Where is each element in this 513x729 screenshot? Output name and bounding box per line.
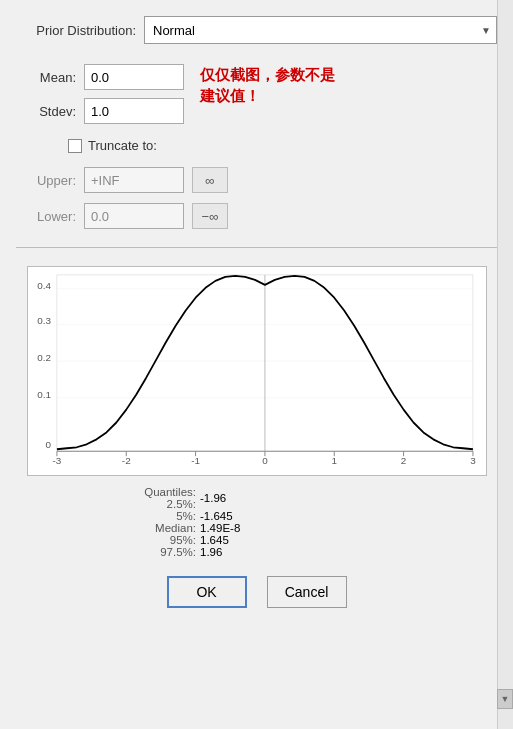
svg-text:-2: -2	[121, 455, 130, 466]
quantile-95-label: 95%:	[116, 534, 196, 546]
ok-button[interactable]: OK	[167, 576, 247, 608]
section-divider	[16, 247, 497, 248]
quantile-95-row: 95%: 1.645	[116, 534, 497, 546]
params-section: Mean: Stdev:	[16, 64, 184, 124]
scrollbar[interactable]: ▼	[497, 0, 513, 729]
prior-distribution-label: Prior Distribution:	[16, 23, 136, 38]
quantile-5-label: 5%:	[116, 510, 196, 522]
cancel-button[interactable]: Cancel	[267, 576, 347, 608]
scrollbar-thumb[interactable]: ▼	[497, 689, 513, 709]
lower-input[interactable]	[84, 203, 184, 229]
quantile-median-label: Median:	[116, 522, 196, 534]
buttons-row: OK Cancel	[16, 576, 497, 608]
svg-text:0.4: 0.4	[37, 280, 51, 291]
svg-text:3: 3	[470, 455, 476, 466]
quantile-5-value: -1.645	[200, 510, 233, 522]
chart-container: 0.4 0.3 0.2 0.1 0 -3 -2 -1 0	[27, 266, 487, 476]
upper-label: Upper:	[16, 173, 76, 188]
svg-text:0: 0	[45, 439, 51, 450]
svg-text:-3: -3	[52, 455, 61, 466]
prior-distribution-row: Prior Distribution: Normal Uniform Beta …	[16, 16, 497, 44]
annotation-text: 仅仅截图，参数不是 建议值！	[200, 64, 335, 106]
svg-text:1: 1	[331, 455, 337, 466]
lower-inf-button[interactable]: −∞	[192, 203, 228, 229]
stdev-input[interactable]	[84, 98, 184, 124]
quantiles-section: Quantiles: 2.5%: -1.96 5%: -1.645 Median…	[16, 486, 497, 558]
quantile-95-value: 1.645	[200, 534, 229, 546]
params-annotation-row: Mean: Stdev: 仅仅截图，参数不是 建议值！	[16, 64, 497, 124]
normal-distribution-chart: 0.4 0.3 0.2 0.1 0 -3 -2 -1 0	[28, 267, 486, 475]
quantile-97.5-label: 97.5%:	[116, 546, 196, 558]
svg-text:0.2: 0.2	[37, 352, 51, 363]
truncate-label: Truncate to:	[88, 138, 157, 153]
quantile-97.5-value: 1.96	[200, 546, 222, 558]
quantiles-label: Quantiles: 2.5%:	[116, 486, 196, 510]
quantile-97.5-row: 97.5%: 1.96	[116, 546, 497, 558]
prior-distribution-dropdown-wrapper: Normal Uniform Beta Gamma Custom ▼	[144, 16, 497, 44]
mean-input[interactable]	[84, 64, 184, 90]
upper-input[interactable]	[84, 167, 184, 193]
upper-inf-button[interactable]: ∞	[192, 167, 228, 193]
quantiles-header-row: Quantiles: 2.5%: -1.96	[116, 486, 497, 510]
lower-row: Lower: −∞	[16, 203, 497, 229]
mean-row: Mean:	[16, 64, 184, 90]
truncate-checkbox[interactable]	[68, 139, 82, 153]
svg-text:0.1: 0.1	[37, 389, 51, 400]
quantile-2.5-value: -1.96	[200, 492, 226, 504]
svg-text:0: 0	[262, 455, 268, 466]
lower-label: Lower:	[16, 209, 76, 224]
stdev-label: Stdev:	[16, 104, 76, 119]
svg-text:2: 2	[400, 455, 406, 466]
svg-text:-1: -1	[191, 455, 200, 466]
main-container: Prior Distribution: Normal Uniform Beta …	[0, 0, 513, 729]
stdev-row: Stdev:	[16, 98, 184, 124]
upper-row: Upper: ∞	[16, 167, 497, 193]
quantile-median-value: 1.49E-8	[200, 522, 240, 534]
truncate-row: Truncate to:	[68, 138, 497, 153]
quantile-5-row: 5%: -1.645	[116, 510, 497, 522]
svg-text:0.3: 0.3	[37, 315, 51, 326]
bounds-section: Upper: ∞ Lower: −∞	[16, 167, 497, 229]
mean-label: Mean:	[16, 70, 76, 85]
quantile-median-row: Median: 1.49E-8	[116, 522, 497, 534]
prior-distribution-select[interactable]: Normal Uniform Beta Gamma Custom	[144, 16, 497, 44]
